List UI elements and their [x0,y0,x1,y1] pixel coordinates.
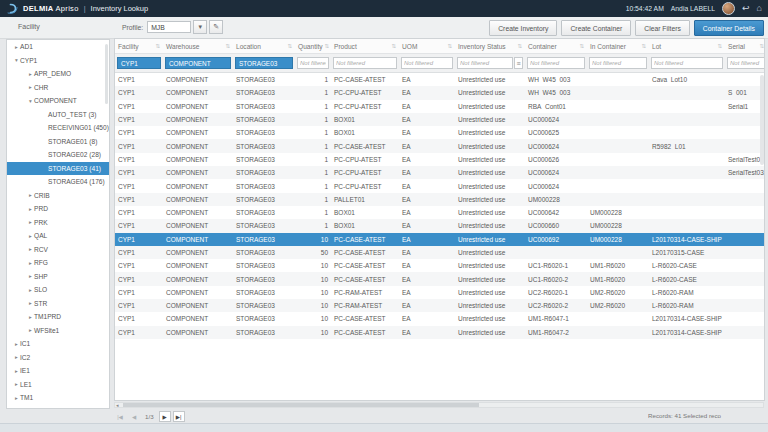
table-row[interactable]: CYP1COMPONENTSTORAGE0350PC-CASE-ATESTEAU… [115,246,764,259]
sort-icon[interactable]: ⇅ [517,43,522,49]
tree-item-storage04-176[interactable]: STORAGE04 (176) [7,175,109,189]
tree-item-shp[interactable]: ▸SHP [7,270,109,284]
user-name[interactable]: Andia LABELL [671,5,715,12]
tree-item-wfsite1[interactable]: ▸WFSite1 [7,324,109,338]
container-details-button[interactable]: Container Details [694,20,764,36]
column-header-facility[interactable]: Facility⇅ [115,39,163,53]
tree-item-prd[interactable]: ▸PRD [7,202,109,216]
table-row[interactable]: CYP1COMPONENTSTORAGE0310PC-CASE-ATESTEAU… [115,259,764,272]
tree-item-receiving01-450[interactable]: RECEIVING01 (450) [7,121,109,135]
collapsed-arrow-icon[interactable]: ▸ [27,314,34,320]
tree-item-storage03-41[interactable]: STORAGE03 (41) [7,162,109,176]
table-row[interactable]: CYP1COMPONENTSTORAGE031PC-CPU-ATESTEAUnr… [115,179,764,192]
expanded-arrow-icon[interactable]: ▾ [27,98,34,104]
collapsed-arrow-icon[interactable]: ▸ [13,395,20,401]
table-row[interactable]: CYP1COMPONENTSTORAGE031PC-CPU-ATESTEAUnr… [115,153,764,166]
table-row[interactable]: CYP1COMPONENTSTORAGE031BOX01EAUnrestrict… [115,113,764,126]
collapsed-arrow-icon[interactable]: ▸ [13,381,20,387]
clear-filters-button[interactable]: Clear Filters [635,20,690,36]
collapsed-arrow-icon[interactable]: ▸ [27,287,34,293]
tree-item-tm1[interactable]: ▸TM1 [7,391,109,405]
table-row[interactable]: CYP1COMPONENTSTORAGE031PC-CASE-ATESTEAUn… [115,73,764,86]
filter-input-uom[interactable] [401,57,453,69]
collapsed-arrow-icon[interactable]: ▸ [13,368,20,374]
table-row[interactable]: CYP1COMPONENTSTORAGE031PC-CASE-ATESTEAUn… [115,139,764,152]
tree-item-le1[interactable]: ▸LE1 [7,378,109,392]
collapsed-arrow-icon[interactable]: ▸ [27,233,34,239]
column-header-warehouse[interactable]: Warehouse⇅ [163,39,233,53]
sort-icon[interactable]: ⇅ [579,43,584,49]
collapsed-arrow-icon[interactable]: ▸ [27,246,34,252]
tree-item-tm1prd[interactable]: ▸TM1PRD [7,310,109,324]
tree-item-apr-demo[interactable]: ▸APR_DEMO [7,67,109,81]
tree-item-slo[interactable]: ▸SLO [7,283,109,297]
tree-item-ic1[interactable]: ▸IC1 [7,337,109,351]
tree-item-cyp1[interactable]: ▾CYP1 [7,54,109,68]
filter-input-quantity[interactable] [297,57,329,69]
active-filter-chip[interactable]: STORAGE03 [235,57,293,69]
filter-input-container[interactable] [527,57,585,69]
column-header-uom[interactable]: UOM⇅ [399,39,455,53]
sort-icon[interactable]: ⇅ [287,43,292,49]
collapsed-arrow-icon[interactable]: ▸ [13,44,20,50]
table-row[interactable]: CYP1COMPONENTSTORAGE031BOX01EAUnrestrict… [115,219,764,232]
grid-vertical-scrollbar[interactable] [760,75,764,165]
filter-input-inventory-status[interactable] [457,57,513,69]
create-container-button[interactable]: Create Container [561,20,631,36]
collapsed-arrow-icon[interactable]: ▸ [13,354,20,360]
profile-input[interactable] [147,21,191,33]
filter-input-lot[interactable] [651,57,723,69]
sort-icon[interactable]: ⇅ [641,43,646,49]
next-page-button[interactable]: ▶ [159,411,171,422]
sort-icon[interactable]: ⇅ [447,43,452,49]
grid-horizontal-scrollbar-track[interactable]: ◂ [114,402,764,408]
collapsed-arrow-icon[interactable]: ▸ [27,206,34,212]
undo-icon[interactable]: ↩ [742,4,750,13]
tree-item-auto-test-3[interactable]: AUTO_TEST (3) [7,108,109,122]
first-page-button[interactable]: |◀ [114,411,126,422]
create-inventory-button[interactable]: Create Inventory [489,20,557,36]
column-header-location[interactable]: Location⇅ [233,39,295,53]
collapsed-arrow-icon[interactable]: ▸ [27,300,34,306]
column-header-inventory-status[interactable]: Inventory Status⇅ [455,39,525,53]
column-header-product[interactable]: Product⇅ [331,39,399,53]
table-row[interactable]: CYP1COMPONENTSTORAGE0310PC-CASE-ATESTEAU… [115,233,764,246]
collapsed-arrow-icon[interactable]: ▸ [27,84,34,90]
filter-input-in-container[interactable] [589,57,647,69]
tree-scrollbar[interactable] [105,44,108,104]
column-header-lot[interactable]: Lot⇅ [649,39,725,53]
table-row[interactable]: CYP1COMPONENTSTORAGE031BOX01EAUnrestrict… [115,206,764,219]
collapsed-arrow-icon[interactable]: ▸ [13,341,20,347]
tree-item-storage01-8[interactable]: STORAGE01 (8) [7,135,109,149]
table-row[interactable]: CYP1COMPONENTSTORAGE031PC-CPU-ATESTEAUnr… [115,86,764,99]
table-row[interactable]: CYP1COMPONENTSTORAGE031PC-CPU-ATESTEAUnr… [115,100,764,113]
tree-item-component[interactable]: ▾COMPONENT [7,94,109,108]
home-icon[interactable]: ⌂ [757,4,762,13]
filter-input-product[interactable] [333,57,397,69]
profile-dropdown-button[interactable]: ▾ [193,20,207,34]
column-header-container[interactable]: Container⇅ [525,39,587,53]
collapsed-arrow-icon[interactable]: ▸ [27,327,34,333]
table-row[interactable]: CYP1COMPONENTSTORAGE031PC-CPU-ATESTEAUnr… [115,166,764,179]
table-row[interactable]: CYP1COMPONENTSTORAGE031PALLET01EAUnrestr… [115,193,764,206]
grid-horizontal-scrollbar-thumb[interactable] [123,403,479,407]
tree-item-crib[interactable]: ▸CRIB [7,189,109,203]
table-row[interactable]: CYP1COMPONENTSTORAGE0310PC-CASE-ATESTEAU… [115,312,764,325]
collapsed-arrow-icon[interactable]: ▸ [27,192,34,198]
tree-item-rcv[interactable]: ▸RCV [7,243,109,257]
tree-item-ad1[interactable]: ▸AD1 [7,40,109,54]
last-page-button[interactable]: ▶| [173,411,185,422]
active-filter-chip[interactable]: CYP1 [117,57,161,69]
profile-edit-button[interactable]: ✎ [209,20,223,34]
column-header-quantity[interactable]: Quantity⇅ [295,39,331,53]
tree-item-str[interactable]: ▸STR [7,297,109,311]
table-row[interactable]: CYP1COMPONENTSTORAGE0310PC-CASE-ATESTEAU… [115,326,764,339]
filter-input-serial[interactable] [727,57,765,69]
sort-icon[interactable]: ⇅ [391,43,396,49]
sort-icon[interactable]: ⇅ [225,43,230,49]
table-row[interactable]: CYP1COMPONENTSTORAGE031BOX01EAUnrestrict… [115,126,764,139]
column-header-in-container[interactable]: In Container⇅ [587,39,649,53]
tree-item-storage02-28[interactable]: STORAGE02 (28) [7,148,109,162]
sort-icon[interactable]: ⇅ [717,43,722,49]
collapsed-arrow-icon[interactable]: ▸ [27,260,34,266]
